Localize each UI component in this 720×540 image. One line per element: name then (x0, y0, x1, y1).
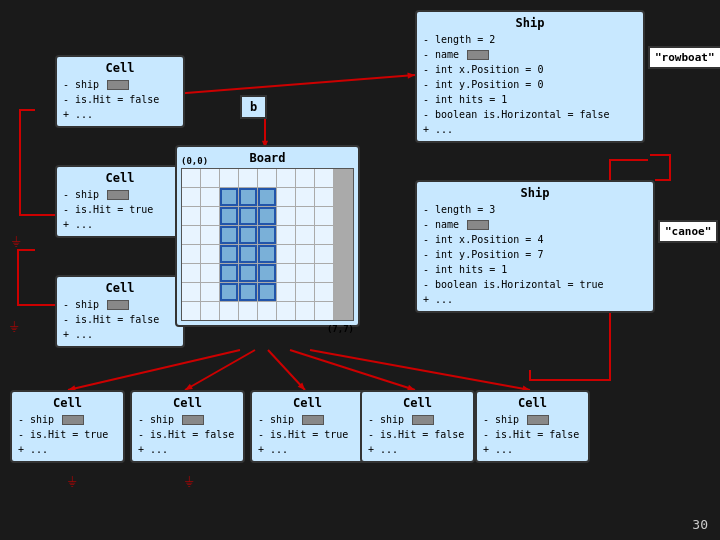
ship-mid-name: - name (423, 217, 647, 232)
grid-cell (220, 283, 238, 301)
cell-top-left-extra: + ... (63, 107, 177, 122)
ship-mid-title: Ship (423, 186, 647, 200)
grid-cell (315, 226, 333, 244)
cell-b2-hit: - is.Hit = false (138, 427, 237, 442)
grid-cell (277, 188, 295, 206)
ship-top-length: - length = 2 (423, 32, 637, 47)
ship-top-ypos: - int y.Position = 0 (423, 77, 637, 92)
grid-cell (258, 302, 276, 320)
cell-mid-left-ship: - ship (63, 187, 177, 202)
grid-cell (315, 264, 333, 282)
ship-top-name: - name (423, 47, 637, 62)
grid-cell (239, 245, 257, 263)
ship-top-box: Ship - length = 2 - name - int x.Positio… (415, 10, 645, 143)
grid-cell (315, 207, 333, 225)
grid-cell (315, 169, 333, 187)
grid-cell (220, 264, 238, 282)
ship-mid-hits: - int hits = 1 (423, 262, 647, 277)
grid-cell (239, 302, 257, 320)
grid-cell (258, 226, 276, 244)
cell-top-left-ship: - ship (63, 77, 177, 92)
grid-cell (182, 169, 200, 187)
grid-cell (182, 207, 200, 225)
cell-low-left-box: Cell - ship - is.Hit = false + ... (55, 275, 185, 348)
grid-cell (201, 302, 219, 320)
cell-bottom-2: Cell - ship - is.Hit = false + ... (130, 390, 245, 463)
cell-mid-left-title: Cell (63, 171, 177, 185)
grid-cell (277, 207, 295, 225)
grid-cell (182, 283, 200, 301)
grid-cell (201, 264, 219, 282)
cell-low-left-title: Cell (63, 281, 177, 295)
cell-top-left-title: Cell (63, 61, 177, 75)
cell-top-left-hit: - is.Hit = false (63, 92, 177, 107)
grid-cell (239, 207, 257, 225)
cell-mid-left-extra: + ... (63, 217, 177, 232)
cell-b1-hit: - is.Hit = true (18, 427, 117, 442)
cell-top-left-content: - ship - is.Hit = false + ... (63, 77, 177, 122)
ship-mid-horizontal: - boolean is.Horizontal = true (423, 277, 647, 292)
ship-mid-extra: + ... (423, 292, 647, 307)
grid-cell (258, 245, 276, 263)
cell-b3-title: Cell (258, 396, 357, 410)
grid-cell (277, 264, 295, 282)
grid-cell (220, 207, 238, 225)
cell-b3-extra: + ... (258, 442, 357, 457)
board-corner-br: (7,7) (327, 324, 354, 334)
cell-bottom-4: Cell - ship - is.Hit = false + ... (360, 390, 475, 463)
grid-cell (201, 207, 219, 225)
cell-b2-extra: + ... (138, 442, 237, 457)
grid-cell (239, 188, 257, 206)
cell-low-left-ship: - ship (63, 297, 177, 312)
ship-ref-ml (107, 190, 129, 200)
grid-cell (220, 188, 238, 206)
grid-cell (201, 283, 219, 301)
cell-bottom-5: Cell - ship - is.Hit = false + ... (475, 390, 590, 463)
b-label: b (240, 95, 267, 119)
cell-bottom-3: Cell - ship - is.Hit = true + ... (250, 390, 365, 463)
grid-cell (258, 207, 276, 225)
cell-b4-ship: - ship (368, 412, 467, 427)
grid-cell (315, 283, 333, 301)
cell-mid-left-content: - ship - is.Hit = true + ... (63, 187, 177, 232)
ship-mid-xpos: - int x.Position = 4 (423, 232, 647, 247)
cell-low-left-content: - ship - is.Hit = false + ... (63, 297, 177, 342)
grid-cell (315, 302, 333, 320)
grid-cell (220, 169, 238, 187)
ship-top-xpos: - int x.Position = 0 (423, 62, 637, 77)
grid-cell (277, 283, 295, 301)
ship-ref-ll (107, 300, 129, 310)
grid-cell (277, 226, 295, 244)
grid-cell (296, 226, 314, 244)
ship-ref-icon (467, 50, 489, 60)
rowboat-label: "rowboat" (648, 46, 720, 69)
cell-b4-hit: - is.Hit = false (368, 427, 467, 442)
grid-cell (258, 283, 276, 301)
grid-cell (277, 302, 295, 320)
grid-cell (201, 169, 219, 187)
cell-b4-title: Cell (368, 396, 467, 410)
cell-b1-ship: - ship (18, 412, 117, 427)
ship-ref-tl (107, 80, 129, 90)
grid-cell (201, 245, 219, 263)
grid-cell (220, 226, 238, 244)
grid-cell (182, 264, 200, 282)
grid-cell (239, 226, 257, 244)
cell-b2-title: Cell (138, 396, 237, 410)
board-grid (181, 168, 354, 321)
grid-cell (296, 283, 314, 301)
ship-mid-right-box: Ship - length = 3 - name - int x.Positio… (415, 180, 655, 313)
grid-cell (182, 226, 200, 244)
cell-b4-extra: + ... (368, 442, 467, 457)
page-number: 30 (692, 517, 708, 532)
grid-cell (220, 302, 238, 320)
board-container: Board (0,0) (7,7) (175, 145, 360, 327)
grid-cell (201, 188, 219, 206)
grid-cell (239, 169, 257, 187)
grid-cell (201, 226, 219, 244)
cell-mid-left-box: Cell - ship - is.Hit = true + ... (55, 165, 185, 238)
cell-top-left-box: Cell - ship - is.Hit = false + ... (55, 55, 185, 128)
grid-cell (296, 207, 314, 225)
ship-top-hits: - int hits = 1 (423, 92, 637, 107)
grid-cell (296, 264, 314, 282)
